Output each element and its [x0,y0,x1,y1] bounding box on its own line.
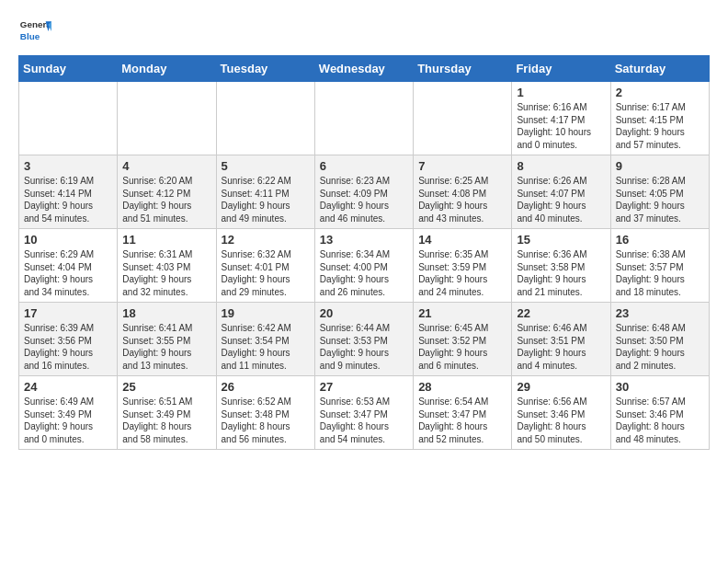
day-info: Sunrise: 6:52 AM Sunset: 3:48 PM Dayligh… [222,396,310,445]
day-number: 14 [418,233,506,247]
day-number: 9 [616,159,704,173]
day-number: 16 [616,233,704,247]
calendar-cell: 20Sunrise: 6:44 AM Sunset: 3:53 PM Dayli… [314,303,413,376]
weekday-header-row: SundayMondayTuesdayWednesdayThursdayFrid… [19,56,710,82]
day-info: Sunrise: 6:48 AM Sunset: 3:50 PM Dayligh… [616,322,704,372]
day-info: Sunrise: 6:56 AM Sunset: 3:46 PM Dayligh… [517,396,605,445]
day-info: Sunrise: 6:57 AM Sunset: 3:46 PM Dayligh… [616,396,704,445]
page: General Blue SundayMondayTuesdayWednesda… [0,0,728,459]
day-number: 22 [517,306,605,320]
calendar-cell: 24Sunrise: 6:49 AM Sunset: 3:49 PM Dayli… [19,376,118,450]
day-info: Sunrise: 6:22 AM Sunset: 4:11 PM Dayligh… [222,175,310,224]
calendar-cell: 1Sunrise: 6:16 AM Sunset: 4:17 PM Daylig… [512,82,610,155]
day-number: 8 [517,159,605,173]
day-info: Sunrise: 6:42 AM Sunset: 3:54 PM Dayligh… [222,322,310,372]
calendar-cell: 14Sunrise: 6:35 AM Sunset: 3:59 PM Dayli… [414,229,512,303]
calendar-cell [216,82,314,155]
day-number: 7 [418,159,506,173]
calendar-cell: 18Sunrise: 6:41 AM Sunset: 3:55 PM Dayli… [118,303,216,376]
calendar-cell: 23Sunrise: 6:48 AM Sunset: 3:50 PM Dayli… [610,303,709,376]
calendar-cell: 13Sunrise: 6:34 AM Sunset: 4:00 PM Dayli… [314,229,413,303]
calendar-cell: 17Sunrise: 6:39 AM Sunset: 3:56 PM Dayli… [19,303,118,376]
calendar-week-3: 10Sunrise: 6:29 AM Sunset: 4:04 PM Dayli… [19,229,710,303]
weekday-header-tuesday: Tuesday [216,56,314,82]
day-number: 24 [24,380,112,394]
calendar-week-2: 3Sunrise: 6:19 AM Sunset: 4:14 PM Daylig… [19,155,710,229]
calendar-cell: 6Sunrise: 6:23 AM Sunset: 4:09 PM Daylig… [314,155,413,229]
calendar-cell [118,82,216,155]
day-number: 26 [222,380,310,394]
calendar-cell: 2Sunrise: 6:17 AM Sunset: 4:15 PM Daylig… [610,82,709,155]
weekday-header-thursday: Thursday [414,56,512,82]
header: General Blue [18,15,710,48]
day-number: 11 [122,233,210,247]
calendar-cell: 9Sunrise: 6:28 AM Sunset: 4:05 PM Daylig… [610,155,709,229]
calendar-cell: 7Sunrise: 6:25 AM Sunset: 4:08 PM Daylig… [414,155,512,229]
day-number: 25 [122,380,210,394]
day-number: 2 [616,86,704,99]
day-info: Sunrise: 6:16 AM Sunset: 4:17 PM Dayligh… [517,101,605,151]
calendar-cell: 22Sunrise: 6:46 AM Sunset: 3:51 PM Dayli… [512,303,610,376]
weekday-header-sunday: Sunday [19,56,118,82]
calendar-cell [19,82,118,155]
calendar: SundayMondayTuesdayWednesdayThursdayFrid… [18,55,710,450]
calendar-cell: 11Sunrise: 6:31 AM Sunset: 4:03 PM Dayli… [118,229,216,303]
day-info: Sunrise: 6:17 AM Sunset: 4:15 PM Dayligh… [616,101,704,151]
day-info: Sunrise: 6:20 AM Sunset: 4:12 PM Dayligh… [122,175,210,224]
calendar-cell: 15Sunrise: 6:36 AM Sunset: 3:58 PM Dayli… [512,229,610,303]
weekday-header-friday: Friday [512,56,610,82]
day-info: Sunrise: 6:34 AM Sunset: 4:00 PM Dayligh… [320,248,408,298]
logo-icon: General Blue [18,15,51,48]
calendar-cell: 30Sunrise: 6:57 AM Sunset: 3:46 PM Dayli… [610,376,709,450]
day-number: 18 [122,306,210,320]
day-number: 5 [222,159,310,173]
calendar-cell: 10Sunrise: 6:29 AM Sunset: 4:04 PM Dayli… [19,229,118,303]
day-number: 1 [517,86,605,99]
day-info: Sunrise: 6:29 AM Sunset: 4:04 PM Dayligh… [24,248,112,298]
svg-text:Blue: Blue [20,31,40,41]
day-number: 3 [24,159,112,173]
day-number: 6 [320,159,408,173]
day-number: 23 [616,306,704,320]
calendar-cell: 21Sunrise: 6:45 AM Sunset: 3:52 PM Dayli… [414,303,512,376]
day-number: 21 [418,306,506,320]
day-info: Sunrise: 6:46 AM Sunset: 3:51 PM Dayligh… [517,322,605,372]
logo: General Blue [18,15,51,48]
calendar-cell [414,82,512,155]
day-number: 19 [222,306,310,320]
day-number: 12 [222,233,310,247]
weekday-header-saturday: Saturday [610,56,709,82]
day-info: Sunrise: 6:45 AM Sunset: 3:52 PM Dayligh… [418,322,506,372]
day-info: Sunrise: 6:26 AM Sunset: 4:07 PM Dayligh… [517,175,605,224]
day-info: Sunrise: 6:28 AM Sunset: 4:05 PM Dayligh… [616,175,704,224]
calendar-cell: 25Sunrise: 6:51 AM Sunset: 3:49 PM Dayli… [118,376,216,450]
day-info: Sunrise: 6:32 AM Sunset: 4:01 PM Dayligh… [222,248,310,298]
day-number: 29 [517,380,605,394]
day-number: 15 [517,233,605,247]
day-info: Sunrise: 6:39 AM Sunset: 3:56 PM Dayligh… [24,322,112,372]
day-info: Sunrise: 6:49 AM Sunset: 3:49 PM Dayligh… [24,396,112,445]
calendar-cell: 28Sunrise: 6:54 AM Sunset: 3:47 PM Dayli… [414,376,512,450]
day-info: Sunrise: 6:31 AM Sunset: 4:03 PM Dayligh… [122,248,210,298]
day-info: Sunrise: 6:41 AM Sunset: 3:55 PM Dayligh… [122,322,210,372]
day-info: Sunrise: 6:25 AM Sunset: 4:08 PM Dayligh… [418,175,506,224]
day-info: Sunrise: 6:53 AM Sunset: 3:47 PM Dayligh… [320,396,408,445]
day-number: 10 [24,233,112,247]
day-info: Sunrise: 6:19 AM Sunset: 4:14 PM Dayligh… [24,175,112,224]
weekday-header-monday: Monday [118,56,216,82]
day-info: Sunrise: 6:38 AM Sunset: 3:57 PM Dayligh… [616,248,704,298]
day-info: Sunrise: 6:51 AM Sunset: 3:49 PM Dayligh… [122,396,210,445]
calendar-cell: 29Sunrise: 6:56 AM Sunset: 3:46 PM Dayli… [512,376,610,450]
calendar-week-5: 24Sunrise: 6:49 AM Sunset: 3:49 PM Dayli… [19,376,710,450]
weekday-header-wednesday: Wednesday [314,56,413,82]
day-number: 28 [418,380,506,394]
day-number: 27 [320,380,408,394]
calendar-cell: 16Sunrise: 6:38 AM Sunset: 3:57 PM Dayli… [610,229,709,303]
calendar-cell: 3Sunrise: 6:19 AM Sunset: 4:14 PM Daylig… [19,155,118,229]
calendar-cell: 12Sunrise: 6:32 AM Sunset: 4:01 PM Dayli… [216,229,314,303]
day-info: Sunrise: 6:54 AM Sunset: 3:47 PM Dayligh… [418,396,506,445]
calendar-cell [314,82,413,155]
calendar-cell: 26Sunrise: 6:52 AM Sunset: 3:48 PM Dayli… [216,376,314,450]
calendar-cell: 19Sunrise: 6:42 AM Sunset: 3:54 PM Dayli… [216,303,314,376]
day-number: 4 [122,159,210,173]
